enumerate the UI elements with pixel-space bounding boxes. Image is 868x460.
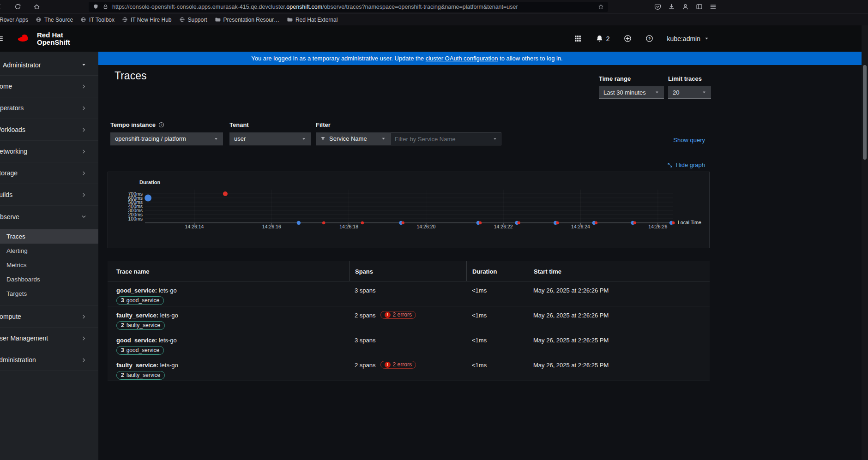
bookmark-it-new-hire-hub[interactable]: IT New Hire Hub <box>118 15 175 25</box>
tempo-instance-select[interactable]: openshift-tracing / platform <box>110 132 223 145</box>
trace-point-faulty_service[interactable] <box>556 221 559 224</box>
show-query-link[interactable]: Show query <box>673 137 705 143</box>
trace-name-cell: faulty_service: lets-go2faulty_service <box>108 356 349 381</box>
import-yaml-icon[interactable] <box>624 35 632 42</box>
sidebar-item-traces[interactable]: Traces <box>0 229 98 244</box>
trace-point-faulty_service[interactable] <box>595 221 597 224</box>
home-icon[interactable] <box>33 3 40 10</box>
sidebar-item-workloads[interactable]: Workloads <box>0 119 98 141</box>
column-header-trace-name[interactable]: Trace name <box>108 261 349 281</box>
hide-graph-link[interactable]: Hide graph <box>667 161 705 168</box>
errors-label: 2 errors <box>393 311 412 318</box>
sidebar-item-builds[interactable]: Builds <box>0 184 98 206</box>
reload-icon[interactable] <box>14 3 21 10</box>
trace-point-good_service[interactable] <box>145 195 151 202</box>
bookmark-star-icon[interactable] <box>598 4 604 10</box>
help-icon[interactable] <box>645 35 653 42</box>
masthead-toolbar: 2 kube:admin <box>574 35 709 42</box>
sidebar-item-user-management[interactable]: User Management <box>0 328 98 349</box>
sidebar-item-observe[interactable]: Observe <box>0 206 98 227</box>
folder-icon <box>215 17 221 23</box>
bookmark-rover-apps[interactable]: Rover Apps <box>0 15 32 25</box>
notification-badge[interactable]: 2 <box>596 35 610 42</box>
duration-chart-panel: 700ms600ms500ms400ms300ms200ms100ms14:26… <box>108 172 710 248</box>
bookmark-label: Presentation Resour… <box>223 17 279 23</box>
tenant-select[interactable]: user <box>229 132 311 145</box>
bookmark-label: IT Toolbox <box>89 17 115 23</box>
trace-point-faulty_service[interactable] <box>672 221 675 224</box>
sidebar-item-targets[interactable]: Targets <box>0 287 98 301</box>
trace-table-body: good_service: lets-go3good_service3 span… <box>108 281 710 381</box>
caret-down-icon <box>655 90 659 95</box>
column-header-label: Start time <box>534 268 561 275</box>
trace-name-suffix: lets-go <box>158 312 178 319</box>
bookmark-support[interactable]: Support <box>175 15 211 25</box>
url-path: /observe/traces?namespace=openshift-trac… <box>322 4 518 10</box>
caret-down-icon <box>704 36 709 41</box>
trace-service-name: faulty_service: <box>116 312 158 319</box>
trace-point-faulty_service[interactable] <box>402 221 404 224</box>
errors-badge[interactable]: !2 errors <box>380 311 416 319</box>
brand-text: Red Hat OpenShift <box>37 31 70 46</box>
page-scrollbar <box>862 25 868 460</box>
trace-point-faulty_service[interactable] <box>633 221 636 224</box>
url-text: https://console-openshift-console.apps.e… <box>112 4 594 10</box>
bookmark-it-toolbox[interactable]: IT Toolbox <box>77 15 118 25</box>
sidebar-item-operators[interactable]: Operators <box>0 97 98 119</box>
shield-icon[interactable] <box>93 4 99 10</box>
service-name-filter-input[interactable] <box>395 136 490 143</box>
perspective-switcher[interactable]: Administrator <box>0 54 98 76</box>
trace-row[interactable]: good_service: lets-go3good_service3 span… <box>108 331 710 356</box>
url-bar[interactable]: https://console-openshift-console.apps.e… <box>89 2 608 12</box>
oauth-configuration-link[interactable]: cluster OAuth configuration <box>426 55 498 62</box>
limit-traces-select[interactable]: 20 <box>668 86 711 99</box>
back-icon[interactable] <box>0 3 2 10</box>
user-menu[interactable]: kube:admin <box>667 35 709 42</box>
sidebar-item-compute[interactable]: Compute <box>0 306 98 328</box>
trace-point-faulty_service[interactable] <box>361 221 364 224</box>
pocket-icon[interactable] <box>654 3 661 10</box>
sidebar-item-metrics[interactable]: Metrics <box>0 258 98 272</box>
sidebar-item-dashboards[interactable]: Dashboards <box>0 272 98 287</box>
sidebar-item-alerting[interactable]: Alerting <box>0 244 98 258</box>
brand-logo[interactable]: Red Hat OpenShift <box>16 31 70 46</box>
trace-point-faulty_service[interactable] <box>517 221 520 224</box>
help-circle-icon[interactable] <box>158 122 164 128</box>
column-header-duration[interactable]: Duration <box>466 261 528 281</box>
trace-row[interactable]: faulty_service: lets-go2faulty_service2 … <box>108 356 710 381</box>
app-menu-icon[interactable] <box>710 3 717 10</box>
account-icon[interactable] <box>682 3 689 10</box>
sidebar-item-label: Operators <box>0 104 81 112</box>
bookmark-presentation-resour[interactable]: Presentation Resour… <box>211 15 283 25</box>
downloads-icon[interactable] <box>668 3 675 10</box>
bookmark-red-hat-external[interactable]: Red Hat External <box>283 15 341 25</box>
trace-point-faulty_service[interactable] <box>479 221 482 224</box>
service-badge-count: 2 <box>121 322 124 329</box>
column-header-start-time[interactable]: Start time <box>528 261 710 281</box>
time-range-select[interactable]: Last 30 minutes <box>599 86 664 99</box>
caret-down-icon[interactable] <box>493 137 497 141</box>
filter-att-select[interactable]: Service Name <box>316 132 391 145</box>
sidebar-subitem-label: Traces <box>6 233 25 240</box>
bookmarks-bar: Rover AppsThe SourceIT ToolboxIT New Hir… <box>0 13 868 25</box>
filter-group: Service Name <box>316 132 501 145</box>
app-launcher-icon[interactable] <box>574 35 582 42</box>
sidebars-icon[interactable] <box>696 3 703 10</box>
sidebar-item-administration[interactable]: Administration <box>0 349 98 371</box>
trace-point-good_service[interactable] <box>297 221 301 225</box>
bookmark-the-source[interactable]: The Source <box>32 15 77 25</box>
sidebar-item-networking[interactable]: Networking <box>0 141 98 162</box>
column-header-spans[interactable]: Spans <box>349 261 466 281</box>
scrollbar-thumb[interactable] <box>863 65 867 160</box>
service-badge-name: faulty_service <box>127 322 160 329</box>
trace-point-faulty_service[interactable] <box>223 191 228 196</box>
sidebar-item-home[interactable]: Home <box>0 76 98 97</box>
lock-icon[interactable] <box>102 4 108 10</box>
errors-badge[interactable]: !2 errors <box>380 361 416 369</box>
nav-toggle-icon[interactable] <box>0 35 4 43</box>
trace-point-faulty_service[interactable] <box>322 221 325 224</box>
page-title: Traces <box>115 70 146 82</box>
trace-row[interactable]: faulty_service: lets-go2faulty_service2 … <box>108 306 710 331</box>
trace-row[interactable]: good_service: lets-go3good_service3 span… <box>108 281 710 306</box>
sidebar-item-storage[interactable]: Storage <box>0 162 98 184</box>
